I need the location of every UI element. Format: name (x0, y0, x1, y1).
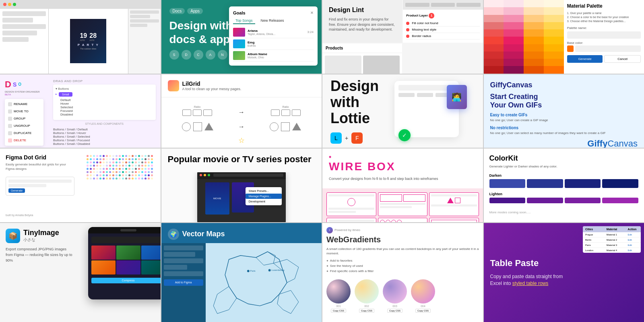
group-icon (8, 117, 12, 121)
col-orange (524, 0, 544, 74)
song-name-2: Emg (248, 41, 314, 44)
dot (132, 158, 134, 160)
circle-node-2 (270, 122, 279, 131)
add-btn[interactable]: Add to Figma (164, 279, 203, 286)
ctx-rename[interactable]: RENAME (5, 101, 43, 108)
btn-state-default: Default (60, 98, 153, 102)
dot (151, 161, 153, 163)
ck-lighten-swatches (489, 198, 639, 203)
icon-docs[interactable]: D (182, 50, 191, 60)
palette-name-input[interactable] (567, 31, 641, 39)
dot (87, 155, 89, 157)
dot (96, 161, 98, 163)
app-stat (398, 93, 415, 97)
act-4[interactable]: Edit (628, 249, 638, 252)
shapes-left (182, 122, 213, 131)
app-row (398, 93, 455, 97)
thumb-img-2 (116, 246, 140, 260)
tiny-logo-row: 📦 TinyImage 小さな (6, 229, 74, 243)
ctx-share[interactable]: Share Presets... (246, 188, 282, 194)
thumb-3 (233, 51, 245, 60)
ctx-dev[interactable]: Development (246, 199, 282, 204)
copy-css-btn-1[interactable]: Copy CSS (331, 309, 346, 313)
act-3[interactable]: Edit (628, 244, 638, 246)
swatch (504, 52, 524, 59)
movie-header: Popular movie or TV series poster (161, 149, 322, 172)
sidebar-item-2[interactable] (164, 252, 195, 257)
dso-logo: D S O DESIGN SYSTEM ORGANIZER BETA (5, 79, 43, 96)
col-head-action: Action (628, 228, 638, 231)
map-svg: Luxembourg Paris (206, 243, 322, 322)
add-label: Add to Figma (175, 281, 192, 284)
app-content: 19 APR 28 APR P A R T Y The outdoor vibe… (0, 9, 161, 74)
dot (112, 178, 114, 180)
compress-btn[interactable]: Compress (91, 278, 161, 283)
dot (141, 165, 143, 167)
plugin-generate-btn[interactable]: Generate (8, 188, 25, 193)
mini-poster-content: MOVIE (213, 197, 221, 200)
dot (106, 161, 108, 163)
wb-wireframes (322, 188, 483, 222)
circle-node (182, 122, 191, 131)
sidebar-item-3[interactable] (164, 258, 203, 263)
ctx-move[interactable]: MOVE TO (5, 108, 43, 115)
dot (96, 155, 98, 157)
wf-circles-grid (380, 220, 426, 222)
tab-new-releases[interactable]: New Releases (258, 18, 287, 24)
dot (132, 171, 134, 173)
dot (132, 168, 134, 170)
color-columns (484, 0, 564, 74)
product-grid: Modern Chair Modern Chair II (322, 53, 402, 74)
prop-row (130, 19, 159, 23)
icon-calendar[interactable]: C (194, 50, 203, 60)
icon-notion[interactable]: N (218, 50, 227, 60)
act-1[interactable]: Edit (628, 233, 638, 236)
btn-small-default[interactable]: Small (59, 92, 72, 97)
copy-css-btn-4[interactable]: Copy CSS (415, 309, 431, 313)
popup-close[interactable]: ✕ (310, 11, 314, 15)
lottie-text: Design with Lottie L + F (330, 78, 394, 144)
cancel-button[interactable]: Cancel (604, 55, 641, 63)
flow-label-ratio-2: Ratio (282, 105, 289, 108)
swatch (484, 15, 504, 22)
act-2[interactable]: Edit (628, 239, 638, 241)
sidebar-item-5[interactable] (164, 271, 203, 276)
wf-line-4 (380, 203, 426, 205)
win-min (204, 174, 206, 176)
lottie-logo: L (330, 132, 342, 144)
mat-4: Material 4 (607, 249, 628, 252)
copy-css-btn-2[interactable]: Copy CSS (359, 309, 374, 313)
sidebar-item-1[interactable] (164, 246, 203, 250)
flow-node (182, 109, 191, 116)
tab-top-songs[interactable]: Top Songs (233, 18, 255, 24)
tiny-desc: Export compressed JPG/PNG images from Fi… (6, 246, 74, 264)
btn-state-focused: Focused (60, 109, 153, 113)
wf-card-1 (326, 192, 376, 216)
color-input[interactable] (575, 45, 641, 52)
generate-button[interactable]: Generate (567, 55, 603, 63)
dot-author: built by Amalia Belyea (6, 214, 74, 217)
popup-row-2: Emg Esfrea (233, 38, 314, 50)
icon-airtable[interactable]: A (206, 50, 215, 60)
sidebar-item-4[interactable] (164, 265, 188, 270)
dot (112, 155, 114, 157)
dot (132, 155, 134, 157)
minimize-dot (8, 3, 11, 6)
copy-css-btn-3[interactable]: Copy CSS (387, 309, 402, 313)
bullet-3: ● (326, 269, 328, 273)
ctx-group[interactable]: GROUP (5, 115, 43, 122)
cell-figma-poster: 19 APR 28 APR P A R T Y The outdoor vibe… (0, 0, 161, 74)
square-node-2 (281, 122, 290, 131)
ctx-duplicate[interactable]: DUPLICATE (5, 130, 43, 137)
thumb-img-4 (91, 260, 116, 275)
dot (109, 158, 111, 160)
icon-sheets[interactable]: S (169, 50, 179, 60)
dso-logo-row: D S O (5, 79, 43, 90)
ctx-delete[interactable]: DELETE (5, 137, 43, 144)
dot (138, 174, 140, 176)
ctx-ungroup[interactable]: UNGROUP (5, 122, 43, 130)
dot (93, 178, 95, 180)
product-item: Modern Chair II (363, 56, 400, 74)
ctx-manage[interactable]: Manage Plugins... (246, 194, 282, 199)
dot (135, 155, 137, 157)
